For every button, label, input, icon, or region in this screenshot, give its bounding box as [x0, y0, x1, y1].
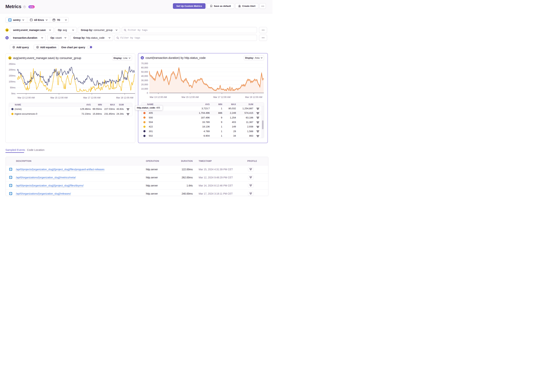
svg-text:30,000: 30,000 [141, 79, 148, 82]
svg-text:0ms: 0ms [11, 92, 15, 95]
svg-text:Mar 19 12:00 AM: Mar 19 12:00 AM [245, 96, 262, 98]
svg-text:Mar 13 12:00 AM: Mar 13 12:00 AM [18, 97, 35, 99]
svg-text:Mar 15 12:00 AM: Mar 15 12:00 AM [182, 96, 199, 98]
svg-text:Mar 13 12:00 AM: Mar 13 12:00 AM [150, 96, 167, 98]
svg-text:150ms: 150ms [9, 74, 15, 77]
svg-text:70,000: 70,000 [141, 62, 148, 65]
svg-text:0: 0 [147, 92, 148, 94]
svg-text:Mar 17 12:00 AM: Mar 17 12:00 AM [213, 96, 230, 98]
svg-text:50ms: 50ms [10, 86, 15, 89]
svg-text:Mar 15 12:00 AM: Mar 15 12:00 AM [50, 97, 68, 99]
svg-text:Mar 17 12:00 AM: Mar 17 12:00 AM [83, 97, 100, 99]
svg-text:100ms: 100ms [9, 80, 15, 83]
svg-text:Mar 19 12:00 AM: Mar 19 12:00 AM [116, 97, 133, 99]
svg-text:20,000: 20,000 [141, 83, 148, 86]
svg-text:10,000: 10,000 [141, 88, 148, 90]
svg-text:40,000: 40,000 [141, 75, 148, 77]
svg-text:250ms: 250ms [9, 63, 15, 65]
svg-text:50,000: 50,000 [141, 71, 148, 73]
svg-text:200ms: 200ms [9, 68, 15, 71]
svg-text:60,000: 60,000 [141, 66, 148, 69]
